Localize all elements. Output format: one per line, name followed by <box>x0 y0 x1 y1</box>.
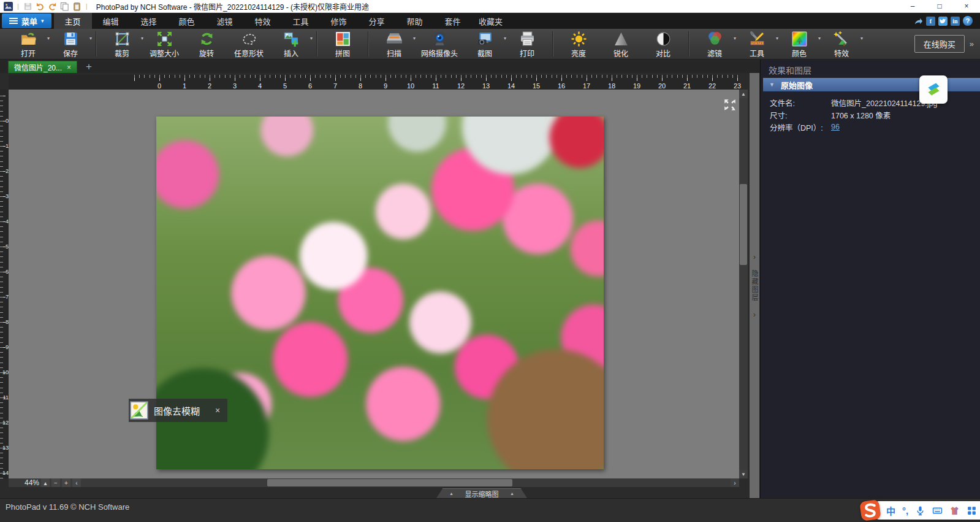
menu-tab[interactable]: 滤镜 <box>206 13 244 29</box>
chevron-down-icon: ▾ <box>41 18 44 24</box>
toolbox-grid-icon[interactable] <box>967 505 977 516</box>
layers-collapse-handle[interactable]: › 隐藏图层 › <box>749 73 760 498</box>
toolbar-button[interactable]: ▾保存 <box>51 29 90 59</box>
chevron-down-icon[interactable]: ▾ <box>89 36 92 41</box>
facebook-icon[interactable]: f <box>926 17 935 26</box>
toolbar-button[interactable]: ▾扫描 <box>374 29 414 59</box>
chevron-down-icon[interactable]: ▾ <box>860 36 863 41</box>
menu-tab[interactable]: 收藏夹 <box>472 13 510 29</box>
toolbar-button[interactable]: ▾裁剪 <box>102 29 142 59</box>
sogou-logo-icon[interactable] <box>859 499 881 521</box>
ruler-number: 11 <box>3 394 9 401</box>
effects-layers-panel: 效果和图层 ▼ 原始图像 文件名:微信图片_20221024114129.jpg… <box>760 59 980 498</box>
keyboard-icon[interactable] <box>932 505 943 516</box>
toolbar-button[interactable]: 亮度 <box>559 29 598 59</box>
menu-tab[interactable]: 修饰 <box>320 13 358 29</box>
scroll-left-icon[interactable]: ‹ <box>72 478 81 487</box>
menu-tab[interactable]: 主页 <box>54 13 92 29</box>
tab-close-icon[interactable]: × <box>67 63 71 72</box>
notification-label[interactable]: 图像去模糊 <box>154 404 200 417</box>
toolbar-button[interactable]: ▾工具 <box>737 29 777 59</box>
toolbar-button[interactable]: ▾滤镜 <box>695 29 734 59</box>
linkedin-icon[interactable]: in <box>951 17 960 26</box>
toolbar-button-label: 插入 <box>284 48 298 58</box>
help-icon[interactable]: ? <box>963 16 973 26</box>
chevron-down-icon[interactable]: ▾ <box>310 36 313 41</box>
zoom-presets-icon[interactable]: ▴ <box>41 478 50 487</box>
menu-tab[interactable]: 分享 <box>358 13 396 29</box>
document-tab[interactable]: 微信图片_20...× <box>8 61 77 73</box>
chevron-down-icon[interactable]: ▾ <box>413 36 416 41</box>
save-quick-icon[interactable] <box>23 2 32 11</box>
canvas-viewport[interactable]: 图像去模糊 × <box>9 90 739 478</box>
menu-tab[interactable]: 帮助 <box>396 13 434 29</box>
zoom-in-button[interactable]: + <box>62 478 70 487</box>
thumbnail-toggle[interactable]: ▴ 显示缩略图 ▴ <box>436 488 527 498</box>
chevron-down-icon[interactable]: ▾ <box>776 36 778 41</box>
minimize-button[interactable]: – <box>899 0 926 13</box>
chevron-down-icon[interactable]: ▾ <box>734 36 736 41</box>
ruler-number: 19 <box>633 82 640 90</box>
copy-icon[interactable] <box>60 2 69 11</box>
menu-tab[interactable]: 选择 <box>130 13 168 29</box>
microphone-icon[interactable] <box>915 505 925 516</box>
vertical-scrollbar[interactable]: ▲ ▼ <box>739 90 748 478</box>
printer-icon <box>519 31 536 47</box>
zoom-level[interactable]: 44% <box>25 478 39 487</box>
chevron-down-icon[interactable]: ▾ <box>47 36 50 41</box>
menu-tab[interactable]: 套件 <box>434 13 472 29</box>
property-value-link[interactable]: 96 <box>831 123 840 131</box>
resize-icon <box>156 31 173 47</box>
toolbar-overflow-icon[interactable]: » <box>970 39 974 48</box>
share-icon[interactable] <box>914 17 923 26</box>
ruler-number: 14 <box>2 470 9 476</box>
undo-icon[interactable] <box>36 2 45 11</box>
menu-tab[interactable]: 编辑 <box>92 13 130 29</box>
toolbar-button[interactable]: 任意形状 <box>229 29 268 59</box>
toolbar-button[interactable]: ▾截图 <box>465 29 504 59</box>
section-title: 原始图像 <box>781 79 813 91</box>
vertical-scroll-thumb[interactable] <box>740 184 747 265</box>
menu-tab[interactable]: 颜色 <box>168 13 206 29</box>
zoom-out-button[interactable]: − <box>51 478 60 487</box>
horizontal-scrollbar[interactable] <box>83 478 731 487</box>
menu-tab[interactable]: 特效 <box>244 13 282 29</box>
skin-icon[interactable] <box>949 505 960 516</box>
toolbar-button[interactable]: 对比 <box>644 29 683 59</box>
ime-punctuation[interactable]: °, <box>902 505 908 516</box>
toolbar-button[interactable]: ▾打开 <box>9 29 48 59</box>
new-tab-button[interactable]: + <box>81 61 97 73</box>
twitter-icon[interactable] <box>938 17 948 26</box>
toolbar-button[interactable]: 锐化 <box>601 29 640 59</box>
toolbar-button[interactable]: 旋转 <box>187 29 226 59</box>
paste-icon[interactable] <box>72 2 82 11</box>
buy-online-button[interactable]: 在线购买 <box>914 35 965 53</box>
chevron-down-icon[interactable]: ▾ <box>818 36 821 41</box>
ruler-number: 14 <box>507 82 515 90</box>
chevron-down-icon[interactable]: ▾ <box>504 36 506 41</box>
scroll-up-icon[interactable]: ▲ <box>739 90 748 98</box>
horizontal-scroll-thumb[interactable] <box>267 479 512 486</box>
toolbar-button[interactable]: ▾特效 <box>822 29 861 59</box>
fullscreen-icon[interactable] <box>723 98 737 112</box>
scroll-right-icon[interactable]: › <box>731 478 739 487</box>
chevron-down-icon[interactable]: ▾ <box>141 36 143 41</box>
scroll-down-icon[interactable]: ▼ <box>739 470 748 478</box>
maximize-button[interactable]: □ <box>926 0 953 13</box>
toolbar-button[interactable]: 打印 <box>507 29 547 59</box>
toolbar-button[interactable]: 拼图 <box>323 29 362 59</box>
ruler-number: 2 <box>208 82 211 90</box>
triangle-down-icon: ▼ <box>769 82 775 88</box>
toolbar-button[interactable]: ▾插入 <box>272 29 311 59</box>
toolbar-button-label: 拼图 <box>335 48 350 58</box>
redo-icon[interactable] <box>48 2 57 11</box>
ime-mode-chinese[interactable]: 中 <box>886 504 895 517</box>
toolbar-button[interactable]: 网络摄像头 <box>417 29 462 59</box>
toolbar-button[interactable]: ▾颜色 <box>780 29 819 59</box>
toolbar-button[interactable]: 调整大小 <box>145 29 184 59</box>
menu-tab[interactable]: 工具 <box>282 13 320 29</box>
close-button[interactable]: × <box>953 0 980 13</box>
menu-button[interactable]: 菜单 ▾ <box>2 13 51 28</box>
notification-close-icon[interactable]: × <box>215 405 220 415</box>
ribbon-toolbar: ▾打开▾保存▾裁剪调整大小旋转任意形状▾插入拼图▾扫描网络摄像头▾截图打印亮度锐… <box>0 29 980 59</box>
